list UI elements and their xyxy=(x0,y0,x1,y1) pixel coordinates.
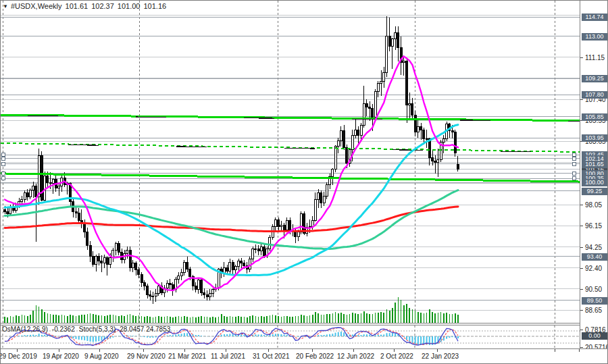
candle xyxy=(129,250,131,268)
candle xyxy=(346,148,348,163)
ma-mid-line xyxy=(5,125,458,276)
candle xyxy=(106,258,108,265)
price-tick-mark xyxy=(580,310,583,311)
candle xyxy=(420,126,422,130)
candle xyxy=(132,263,134,268)
time-axis[interactable]: 29 Dec 201919 Apr 20209 Aug 202029 Nov 2… xyxy=(1,348,608,364)
candle xyxy=(84,223,86,232)
level-handle[interactable] xyxy=(572,172,576,175)
date-label: 31 Oct 2021 xyxy=(253,353,289,360)
candle xyxy=(172,285,174,290)
level-handle[interactable] xyxy=(1,162,5,165)
stoch-label: Stoch(5,3,3) xyxy=(79,326,116,333)
candle xyxy=(209,294,211,297)
candle xyxy=(92,257,94,265)
price-level-label: 109.25 xyxy=(582,75,607,82)
candle xyxy=(323,196,325,203)
candle xyxy=(226,268,228,271)
quote-high: 102.37 xyxy=(91,2,114,10)
level-handle[interactable] xyxy=(1,172,5,175)
candle xyxy=(178,276,180,279)
candle xyxy=(369,107,371,109)
candle xyxy=(95,257,97,265)
green-trendline[interactable] xyxy=(1,143,580,152)
candle xyxy=(417,126,419,132)
green-trendline[interactable] xyxy=(1,115,580,121)
osma-value: -0.2362 xyxy=(52,326,75,333)
candle xyxy=(380,81,382,83)
candle xyxy=(189,269,191,277)
candle xyxy=(391,38,393,47)
date-tick-mark xyxy=(268,349,269,352)
indicator-pane[interactable]: OsMA(12,26,9)-0.2362Stoch(5,3,3)28.0457 … xyxy=(1,326,580,348)
quote-close: 101.16 xyxy=(144,2,167,10)
candle xyxy=(372,108,374,117)
candle xyxy=(138,270,140,275)
price-tick-label: 111.15 xyxy=(585,54,605,61)
candle xyxy=(78,213,80,221)
candle xyxy=(155,294,157,296)
symbol-dropdown-icon[interactable]: ▼ xyxy=(3,3,8,9)
candle xyxy=(75,211,77,213)
candle xyxy=(26,192,28,197)
candle xyxy=(201,280,203,292)
candle xyxy=(109,258,111,265)
candle xyxy=(280,225,282,226)
main-chart-pane[interactable]: ▼#USDX,Weekly101.61102.37101.00101.16 xyxy=(1,1,580,323)
candle xyxy=(437,160,439,162)
price-axis[interactable]: 111.15107.40105.55103.6598.0596.1594.259… xyxy=(580,1,608,348)
candle xyxy=(58,186,60,188)
candle xyxy=(103,258,105,263)
candle xyxy=(311,221,313,226)
level-handle[interactable] xyxy=(572,177,576,180)
candle xyxy=(197,280,199,289)
quote-low: 101.00 xyxy=(118,2,141,10)
candle xyxy=(326,185,328,197)
stoch-values: 28.0457 24.7853 xyxy=(120,326,170,333)
candle xyxy=(426,138,428,139)
candle xyxy=(397,33,399,48)
candle xyxy=(260,246,262,251)
level-handle[interactable] xyxy=(572,153,576,157)
candle xyxy=(206,295,208,297)
level-handle[interactable] xyxy=(572,157,576,160)
candle xyxy=(44,176,46,201)
candle xyxy=(52,179,54,184)
date-tick-mark xyxy=(437,349,438,352)
level-handle[interactable] xyxy=(1,153,5,157)
candle xyxy=(183,262,185,272)
candle xyxy=(234,267,236,270)
green-trendline[interactable] xyxy=(1,174,580,182)
candle xyxy=(229,262,231,271)
candle xyxy=(257,249,259,251)
date-tick-mark xyxy=(555,349,555,352)
date-tick-mark xyxy=(394,349,395,352)
level-handle[interactable] xyxy=(1,157,5,160)
candles[interactable] xyxy=(4,16,459,304)
date-tick-mark xyxy=(226,349,226,352)
price-tick-mark xyxy=(580,99,583,100)
candle xyxy=(409,104,411,105)
candle xyxy=(147,286,149,294)
price-chart-canvas[interactable] xyxy=(1,1,580,323)
price-level-label: 101.65 xyxy=(582,161,607,168)
price-level-label: 100.00 xyxy=(582,179,607,186)
price-tick-label: 88.65 xyxy=(585,307,602,314)
candle xyxy=(263,246,265,255)
date-label: 29 Nov 2020 xyxy=(127,353,166,360)
candle xyxy=(35,186,37,197)
candle xyxy=(7,211,9,213)
candle xyxy=(101,261,103,263)
quote-open: 101.61 xyxy=(66,2,88,10)
quote-line: ▼#USDX,Weekly101.61102.37101.00101.16 xyxy=(3,2,170,10)
level-handle[interactable] xyxy=(572,162,576,165)
date-label: 2 Oct 2022 xyxy=(380,353,413,360)
candle xyxy=(357,130,359,135)
candle xyxy=(21,199,23,201)
candle xyxy=(442,138,445,142)
level-handle[interactable] xyxy=(1,177,5,180)
date-label: 20 Feb 2022 xyxy=(296,353,334,360)
candle xyxy=(274,219,276,226)
price-tick-mark xyxy=(580,268,583,269)
candle xyxy=(337,141,339,147)
